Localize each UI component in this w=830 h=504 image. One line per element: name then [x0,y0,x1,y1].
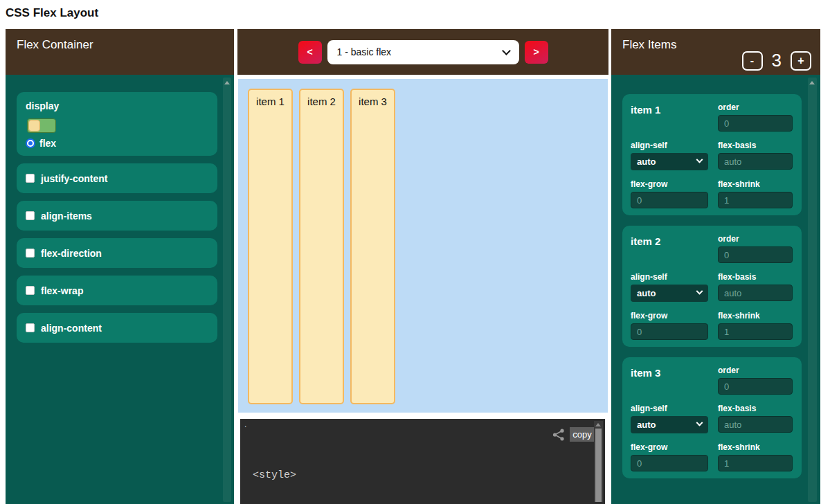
display-toggle-knob [28,120,40,132]
code-scrollbar[interactable] [594,421,603,502]
example-nav-bar: < 1 - basic flex > [237,29,608,75]
flex-direction-checkbox[interactable] [26,249,35,258]
flex-container-panel: Flex Container display flex justify-cont… [6,29,234,504]
display-option-card[interactable]: display flex [17,92,217,156]
item-count: 3 [772,50,782,71]
order-label: order [718,366,793,375]
code-panel: . <style> .flex-container { display: fle… [240,419,605,504]
flex-container-title: Flex Container [17,38,93,52]
flex-grow-label: flex-grow [631,311,708,321]
item-2-order-input[interactable] [718,246,793,263]
align-content-checkbox[interactable] [26,323,35,332]
next-example-button[interactable]: > [525,41,548,64]
flex-basis-label: flex-basis [718,272,793,282]
right-panel-scrollbar[interactable] [808,78,817,502]
item-2-flex-grow-input[interactable] [631,323,708,340]
chevron-down-icon [696,288,703,295]
left-panel-scrollbar[interactable] [223,78,231,502]
flex-items-panel: Flex Items - 3 + item 1 order align-self… [611,29,820,504]
item-1-flex-shrink-input[interactable] [718,192,793,208]
align-content-option-card[interactable]: align-content [17,313,217,343]
item-3-order-input[interactable] [718,378,793,395]
flex-direction-option-card[interactable]: flex-direction [17,238,217,268]
preview-item-1: item 1 [248,89,293,404]
align-self-value: auto [637,288,656,298]
preview-item-2: item 2 [299,89,344,404]
flex-direction-label: flex-direction [41,248,102,259]
flex-preview-container: item 1 item 2 item 3 [238,79,608,413]
align-self-value: auto [637,156,656,167]
align-self-label: align-self [631,404,708,413]
item-1-card: item 1 order align-self auto flex-basis [622,94,802,215]
flex-items-body: item 1 order align-self auto flex-basis [611,75,820,504]
prev-example-button[interactable]: < [298,41,322,64]
display-label: display [26,100,59,111]
flex-container-header: Flex Container [6,29,234,75]
align-content-label: align-content [41,323,102,334]
order-label: order [718,234,793,244]
item-1-order-input[interactable] [718,115,793,132]
chevron-down-icon [502,46,511,55]
flex-radio[interactable] [26,138,35,148]
item-3-align-self-select[interactable]: auto [631,416,708,433]
flex-items-title: Flex Items [622,38,676,52]
item-2-flex-shrink-input[interactable] [718,323,793,340]
flex-container-body: display flex justify-content align-items… [6,75,234,504]
scroll-up-icon [224,81,230,84]
align-items-option-card[interactable]: align-items [17,201,217,231]
flex-shrink-label: flex-shrink [718,179,793,189]
item-2-card: item 2 order align-self auto flex-basis [622,226,802,347]
scroll-up-icon [809,81,815,84]
code-scrollbar-thumb[interactable] [595,429,602,502]
item-2-card-title: item 2 [631,234,708,263]
flex-basis-label: flex-basis [718,404,793,413]
flex-items-header: Flex Items - 3 + [611,29,820,75]
item-2-flex-basis-input[interactable] [718,285,793,301]
copy-button[interactable]: copy [570,427,595,442]
item-3-flex-shrink-input[interactable] [718,455,793,471]
example-select-value: 1 - basic flex [337,46,392,57]
flex-wrap-checkbox[interactable] [26,286,35,295]
item-2-align-self-select[interactable]: auto [631,285,708,302]
flex-wrap-label: flex-wrap [41,285,83,296]
item-1-flex-basis-input[interactable] [718,153,793,170]
justify-content-option-card[interactable]: justify-content [17,163,217,193]
preview-item-3: item 3 [350,89,395,404]
item-1-flex-grow-input[interactable] [631,192,708,208]
display-toggle[interactable] [27,118,56,133]
item-3-flex-grow-input[interactable] [631,455,708,471]
flex-basis-label: flex-basis [718,141,793,150]
align-items-checkbox[interactable] [26,211,35,220]
flex-wrap-option-card[interactable]: flex-wrap [17,276,217,305]
preview-column: < 1 - basic flex > item 1 item 2 item 3 … [237,29,608,504]
code-dot: . [244,420,246,429]
flex-shrink-label: flex-shrink [718,311,793,321]
item-3-card: item 3 order align-self auto flex-basis [622,357,802,478]
share-icon[interactable] [552,429,565,441]
chevron-down-icon [696,156,703,163]
remove-item-button[interactable]: - [742,51,763,71]
page-title: CSS Flex Layout [6,6,98,20]
flex-shrink-label: flex-shrink [718,442,793,452]
order-label: order [718,102,793,112]
align-self-label: align-self [631,141,708,150]
align-self-value: auto [637,420,656,430]
item-3-flex-basis-input[interactable] [718,416,793,433]
item-3-card-title: item 3 [631,366,708,395]
align-self-label: align-self [631,272,708,282]
flex-grow-label: flex-grow [631,179,708,189]
add-item-button[interactable]: + [791,51,811,71]
item-1-card-title: item 1 [631,102,708,132]
flex-radio-label: flex [39,138,56,149]
chevron-down-icon [696,420,703,426]
code-text: <style> .flex-container { display: flex; [253,442,371,504]
align-items-label: align-items [41,210,92,222]
example-select[interactable]: 1 - basic flex [327,40,519,64]
flex-grow-label: flex-grow [631,442,708,452]
item-1-align-self-select[interactable]: auto [631,153,708,170]
scroll-up-icon [595,423,601,426]
justify-content-checkbox[interactable] [26,174,35,183]
justify-content-label: justify-content [41,173,107,184]
code-line: <style> [253,469,371,482]
item-count-controls: - 3 + [742,50,811,71]
